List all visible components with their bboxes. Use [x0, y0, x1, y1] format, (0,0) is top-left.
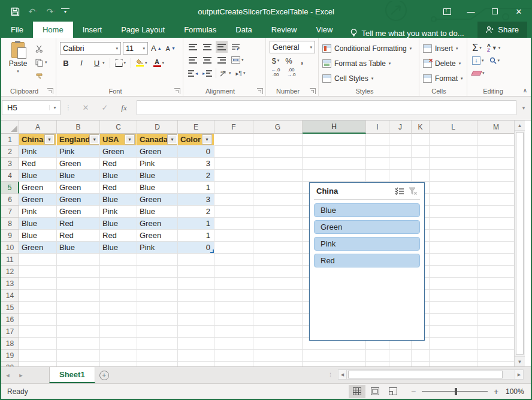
row-header-7[interactable]: 7: [1, 206, 19, 218]
filter-dropdown-icon[interactable]: ▼: [202, 135, 211, 144]
cell-D14[interactable]: [137, 290, 178, 302]
insert-function-icon[interactable]: fx: [115, 100, 133, 115]
filter-dropdown-icon[interactable]: ▼: [45, 135, 54, 144]
cell-E5[interactable]: 1: [178, 182, 214, 194]
formula-input[interactable]: [137, 100, 516, 115]
filter-dropdown-icon[interactable]: ▼: [90, 135, 99, 144]
cell-H1[interactable]: [303, 134, 366, 146]
cell-M19[interactable]: [477, 350, 515, 362]
cell-E2[interactable]: 0: [178, 146, 214, 158]
cell-H2[interactable]: [303, 146, 366, 158]
tab-file[interactable]: File: [1, 22, 33, 38]
cell-B10[interactable]: Blue: [57, 242, 100, 254]
tell-me-box[interactable]: Tell me what you want to do...: [350, 29, 464, 38]
number-dialog-launcher-icon[interactable]: [310, 88, 316, 94]
cell-A6[interactable]: Green: [19, 194, 57, 206]
column-header-i[interactable]: I: [366, 121, 389, 134]
horizontal-scroll-track[interactable]: [347, 369, 515, 380]
cell-B9[interactable]: Red: [57, 230, 100, 242]
cell-E4[interactable]: 2: [178, 170, 214, 182]
cell-K4[interactable]: [412, 170, 430, 182]
cell-F19[interactable]: [214, 350, 253, 362]
row-header-17[interactable]: 17: [1, 326, 19, 338]
row-header-10[interactable]: 10: [1, 242, 19, 254]
cell-M8[interactable]: [477, 218, 515, 230]
cell-C6[interactable]: Blue: [100, 194, 137, 206]
align-left-button[interactable]: [187, 54, 199, 66]
cell-M16[interactable]: [477, 314, 515, 326]
cell-D9[interactable]: Green: [137, 230, 178, 242]
cell-C20[interactable]: [100, 362, 137, 366]
cell-M20[interactable]: [477, 362, 515, 366]
cell-L13[interactable]: [430, 278, 477, 290]
cell-M3[interactable]: [477, 158, 515, 170]
column-header-j[interactable]: J: [389, 121, 412, 134]
paste-dropdown-icon[interactable]: ▾: [17, 69, 19, 74]
cell-L15[interactable]: [430, 302, 477, 314]
cell-C1[interactable]: USA▼: [100, 134, 137, 146]
cell-H4[interactable]: [303, 170, 366, 182]
cell-H3[interactable]: [303, 158, 366, 170]
cell-A5[interactable]: Green: [19, 182, 57, 194]
cell-M5[interactable]: [477, 182, 515, 194]
cell-K1[interactable]: [412, 134, 430, 146]
cell-M12[interactable]: [477, 266, 515, 278]
cell-D8[interactable]: Green: [137, 218, 178, 230]
cut-button[interactable]: [34, 43, 49, 55]
font-size-select[interactable]: 11▾: [123, 42, 148, 55]
scroll-left-icon[interactable]: ◀: [338, 369, 347, 380]
italic-button[interactable]: I: [75, 57, 87, 69]
conditional-formatting-button[interactable]: Conditional Formatting▾: [322, 42, 412, 55]
comma-style-button[interactable]: ,: [296, 55, 308, 67]
cell-E13[interactable]: [178, 278, 214, 290]
cell-L8[interactable]: [430, 218, 477, 230]
cell-F5[interactable]: [214, 182, 253, 194]
horizontal-scroll-thumb[interactable]: [348, 371, 503, 378]
cell-G6[interactable]: [253, 194, 303, 206]
cell-G7[interactable]: [253, 206, 303, 218]
cell-I1[interactable]: [366, 134, 389, 146]
column-header-m[interactable]: M: [477, 121, 515, 134]
zoom-out-icon[interactable]: −: [410, 387, 417, 396]
cell-E10[interactable]: 0: [178, 242, 214, 254]
cell-E12[interactable]: [178, 266, 214, 278]
select-all-corner[interactable]: [1, 121, 19, 134]
decrease-indent-button[interactable]: ◂: [187, 67, 199, 79]
cell-D2[interactable]: Green: [137, 146, 178, 158]
undo-icon[interactable]: ↶▾: [25, 4, 41, 19]
cell-B3[interactable]: Green: [57, 158, 100, 170]
decrease-decimal-button[interactable]: .00→.0: [285, 67, 297, 79]
cell-G17[interactable]: [253, 326, 303, 338]
cell-B17[interactable]: [57, 326, 100, 338]
cell-B15[interactable]: [57, 302, 100, 314]
cell-F2[interactable]: [214, 146, 253, 158]
row-header-6[interactable]: 6: [1, 194, 19, 206]
sheet-nav-right-icon[interactable]: ►: [14, 367, 28, 383]
row-header-18[interactable]: 18: [1, 338, 19, 350]
shrink-font-button[interactable]: A▼: [165, 43, 177, 55]
cell-A17[interactable]: [19, 326, 57, 338]
cell-A18[interactable]: [19, 338, 57, 350]
cell-D3[interactable]: Pink: [137, 158, 178, 170]
cell-F9[interactable]: [214, 230, 253, 242]
cell-A1[interactable]: China▼: [19, 134, 57, 146]
scroll-right-icon[interactable]: ▶: [515, 369, 524, 380]
cell-E11[interactable]: [178, 254, 214, 266]
alignment-dialog-launcher-icon[interactable]: [257, 88, 263, 94]
cell-M10[interactable]: [477, 242, 515, 254]
cell-L2[interactable]: [430, 146, 477, 158]
cell-A11[interactable]: [19, 254, 57, 266]
cell-D20[interactable]: [137, 362, 178, 366]
cell-L1[interactable]: [430, 134, 477, 146]
row-header-4[interactable]: 4: [1, 170, 19, 182]
wrap-text-button[interactable]: [230, 41, 242, 53]
cell-C2[interactable]: Green: [100, 146, 137, 158]
cell-L5[interactable]: [430, 182, 477, 194]
cell-F16[interactable]: [214, 314, 253, 326]
cell-G3[interactable]: [253, 158, 303, 170]
redo-icon[interactable]: ↷▾: [43, 4, 59, 19]
merge-center-button[interactable]: ▾: [230, 54, 245, 66]
copy-button[interactable]: ▾: [34, 56, 49, 68]
sheet-tab-sheet1[interactable]: Sheet1: [49, 367, 95, 383]
column-header-d[interactable]: D: [137, 121, 178, 134]
